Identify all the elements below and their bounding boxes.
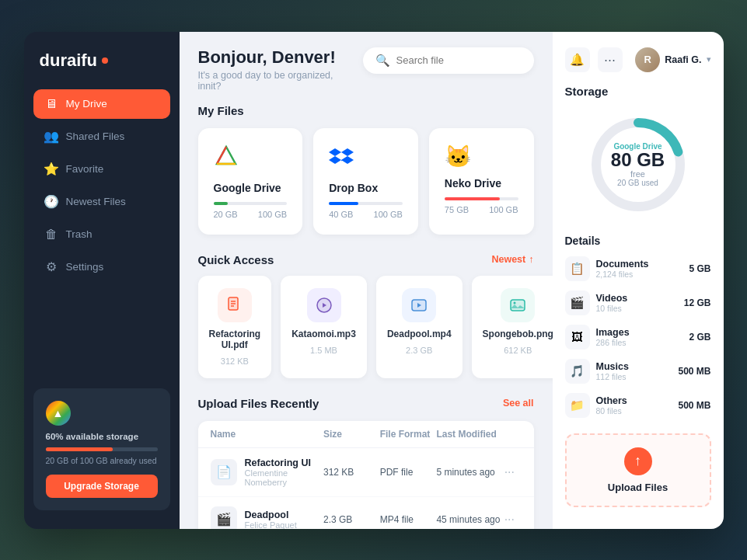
musics-icon: 🎵 xyxy=(565,359,590,384)
app-logo: duraifu xyxy=(24,50,180,89)
file-icon: 🎬 xyxy=(211,506,237,529)
drive-card-google[interactable]: Google Drive 20 GB 100 GB xyxy=(198,128,303,235)
table-row[interactable]: 🎬 Deadpool Felice Paquet 2.3 GB MP4 file… xyxy=(198,497,534,529)
videos-icon: 🎬 xyxy=(565,290,590,315)
my-files-title: My Files xyxy=(198,104,534,117)
logo-dot xyxy=(102,57,108,64)
sidebar-item-label: Settings xyxy=(66,261,104,273)
quick-file-kataomoi[interactable]: Kataomoi.mp3 1.5 MB xyxy=(281,276,367,378)
more-options-button[interactable]: ··· xyxy=(504,465,522,479)
upload-box[interactable]: ↑ Upload Files xyxy=(565,433,711,507)
quick-file-name: Refactoring UI.pdf xyxy=(209,329,261,350)
quick-file-size: 2.3 GB xyxy=(406,346,432,355)
drive-name: Neko Drive xyxy=(445,177,518,190)
detail-size: 500 MB xyxy=(678,400,710,411)
file-format: MP4 file xyxy=(380,514,437,525)
detail-info: Musics 112 files xyxy=(596,361,672,381)
detail-size: 500 MB xyxy=(678,366,710,377)
documents-icon: 📋 xyxy=(565,256,590,281)
file-icon: 📄 xyxy=(211,459,237,485)
search-input[interactable] xyxy=(396,54,521,66)
storage-used-text: 20 GB of 100 GB already used xyxy=(46,456,158,465)
sidebar-item-settings[interactable]: ⚙ Settings xyxy=(33,252,170,282)
drive-card-neko[interactable]: 🐱 Neko Drive 75 GB 100 GB xyxy=(429,128,534,235)
shared-files-icon: 👥 xyxy=(44,130,58,144)
sidebar-item-favorite[interactable]: ⭐ Favorite xyxy=(33,155,170,184)
drive-prog-track xyxy=(329,202,403,205)
main-scroll: My Files Google Drive 20 GB 100 GB xyxy=(180,101,553,529)
images-icon: 🖼 xyxy=(565,325,590,350)
quick-file-size: 1.5 MB xyxy=(310,346,337,355)
drive-name: Google Drive xyxy=(214,182,288,194)
grid-view-button[interactable]: ⋯ xyxy=(598,47,623,72)
sidebar-item-label: Newest Files xyxy=(66,196,126,207)
greeting-section: Bonjour, Denver! It's a good day to be o… xyxy=(198,47,354,92)
detail-size: 5 GB xyxy=(689,263,710,274)
detail-item-videos: 🎬 Videos 10 files 12 GB xyxy=(565,290,711,315)
svg-marker-0 xyxy=(217,147,236,164)
sort-arrow-icon: ↑ xyxy=(529,254,533,265)
drive-name: Drop Box xyxy=(329,182,403,194)
file-info: Deadpool Felice Paquet xyxy=(245,510,297,529)
upload-box-label: Upload Files xyxy=(608,482,668,493)
chevron-down-icon: ▾ xyxy=(707,54,711,64)
col-format: File Format xyxy=(380,429,437,440)
drive-prog-fill xyxy=(445,197,500,200)
app-container: duraifu 🖥 My Drive 👥 Shared Files ⭐ Favo… xyxy=(24,32,724,529)
quick-file-spongebob[interactable]: Spongebob.png 612 KB xyxy=(472,276,553,378)
table-header: Name Size File Format Last Modified xyxy=(198,421,534,448)
main-content: Bonjour, Denver! It's a good day to be o… xyxy=(180,32,553,529)
user-info[interactable]: R Raafi G. ▾ xyxy=(635,47,710,72)
drive-prog-fill xyxy=(329,202,358,205)
file-name-cell: 🎬 Deadpool Felice Paquet xyxy=(211,506,323,529)
sidebar-item-trash[interactable]: 🗑 Trash xyxy=(33,220,170,249)
sidebar-item-label: Shared Files xyxy=(66,130,125,142)
pdf-icon xyxy=(218,288,252,322)
detail-item-images: 🖼 Images 286 files 2 GB xyxy=(565,325,711,350)
file-modified: 45 minutes ago xyxy=(436,514,504,525)
main-header: Bonjour, Denver! It's a good day to be o… xyxy=(180,32,553,101)
avatar: R xyxy=(635,47,660,72)
newest-sort-button[interactable]: Newest ↑ xyxy=(491,254,533,265)
upload-icon: ↑ xyxy=(624,447,652,475)
table-row[interactable]: 📄 Refactoring UI Clementine Nomeberry 31… xyxy=(198,448,534,497)
detail-info: Documents 2,124 files xyxy=(596,259,683,279)
col-size: Size xyxy=(323,429,380,440)
sidebar-item-newest-files[interactable]: 🕐 Newest Files xyxy=(33,187,170,217)
detail-info: Others 80 files xyxy=(596,395,672,416)
search-bar[interactable]: 🔍 xyxy=(363,47,534,74)
file-modified: 5 minutes ago xyxy=(436,467,504,478)
sidebar-item-my-drive[interactable]: 🖥 My Drive xyxy=(33,89,170,119)
quick-access-header: Quick Access Newest ↑ xyxy=(198,253,534,266)
file-name-cell: 📄 Refactoring UI Clementine Nomeberry xyxy=(211,457,323,487)
quick-file-deadpool[interactable]: Deadpool.mp4 2.3 GB xyxy=(376,276,463,378)
drive-size-row: 20 GB 100 GB xyxy=(214,210,288,219)
col-modified: Last Modified xyxy=(436,429,504,440)
storage-percent-label: 60% available storage xyxy=(46,432,158,441)
col-name: Name xyxy=(211,429,323,440)
favorite-icon: ⭐ xyxy=(44,162,58,176)
quick-file-name: Kataomoi.mp3 xyxy=(291,329,356,339)
detail-info: Images 286 files xyxy=(596,327,683,347)
donut-center: Google Drive 80 GB free 20 GB used xyxy=(611,142,665,187)
upgrade-storage-button[interactable]: Upgrade Storage xyxy=(46,475,158,498)
quick-file-size: 312 KB xyxy=(221,357,249,366)
quick-access-title: Quick Access xyxy=(198,253,274,266)
more-options-button[interactable]: ··· xyxy=(504,513,522,527)
notification-button[interactable]: 🔔 xyxy=(565,47,590,72)
sidebar-item-shared-files[interactable]: 👥 Shared Files xyxy=(33,122,170,151)
detail-size: 12 GB xyxy=(684,297,711,308)
drive-size-row: 75 GB 100 GB xyxy=(445,205,518,214)
storage-bar-track xyxy=(46,447,158,451)
see-all-button[interactable]: See all xyxy=(503,398,534,409)
newest-files-icon: 🕐 xyxy=(44,195,58,209)
drive-card-dropbox[interactable]: Drop Box 40 GB 100 GB xyxy=(313,128,418,235)
drive-cards: Google Drive 20 GB 100 GB xyxy=(198,128,534,235)
quick-file-name: Deadpool.mp4 xyxy=(387,329,452,339)
file-format: PDF file xyxy=(380,467,437,478)
png-icon xyxy=(501,288,535,322)
quick-file-refactoring[interactable]: Refactoring UI.pdf 312 KB xyxy=(198,276,272,378)
quick-file-name: Spongebob.png xyxy=(483,329,553,339)
sidebar-storage-card: ▲ 60% available storage 20 GB of 100 GB … xyxy=(33,388,170,510)
neko-drive-icon: 🐱 xyxy=(445,144,518,169)
